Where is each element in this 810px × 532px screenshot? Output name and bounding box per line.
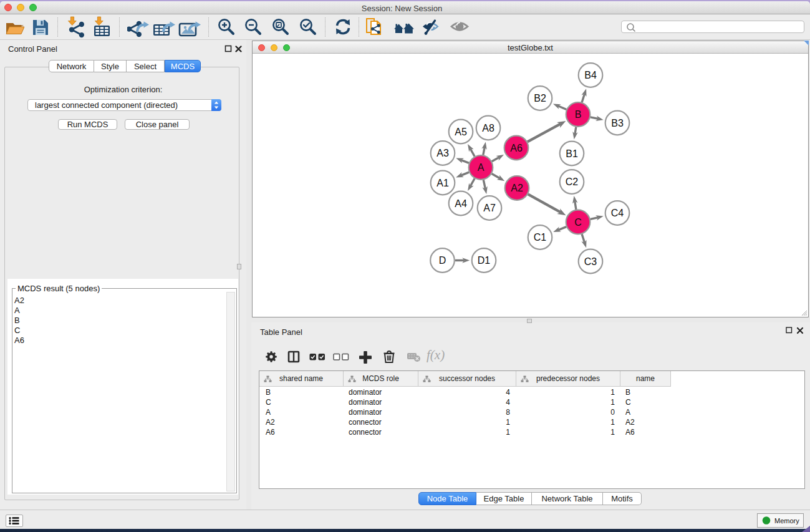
svg-text:A6: A6: [510, 143, 523, 153]
svg-text:A5: A5: [455, 127, 467, 137]
svg-text:C1: C1: [534, 232, 547, 243]
svg-text:A8: A8: [482, 123, 494, 133]
svg-text:B4: B4: [584, 70, 597, 80]
svg-text:A3: A3: [436, 148, 449, 158]
svg-text:A2: A2: [511, 183, 523, 193]
svg-text:A7: A7: [483, 203, 496, 213]
svg-text:D: D: [439, 255, 446, 266]
svg-text:B3: B3: [611, 118, 624, 128]
svg-text:B: B: [575, 109, 582, 120]
svg-text:C2: C2: [566, 177, 579, 187]
svg-text:D1: D1: [478, 255, 491, 266]
svg-text:A: A: [478, 162, 485, 173]
svg-text:B2: B2: [534, 93, 546, 104]
svg-text:C3: C3: [584, 256, 597, 267]
svg-text:Memory: Memory: [774, 517, 799, 525]
svg-text:A1: A1: [436, 178, 449, 188]
svg-text:B1: B1: [566, 148, 578, 159]
svg-text:C4: C4: [611, 208, 624, 218]
svg-text:A4: A4: [455, 198, 467, 209]
svg-text:C: C: [574, 217, 582, 228]
